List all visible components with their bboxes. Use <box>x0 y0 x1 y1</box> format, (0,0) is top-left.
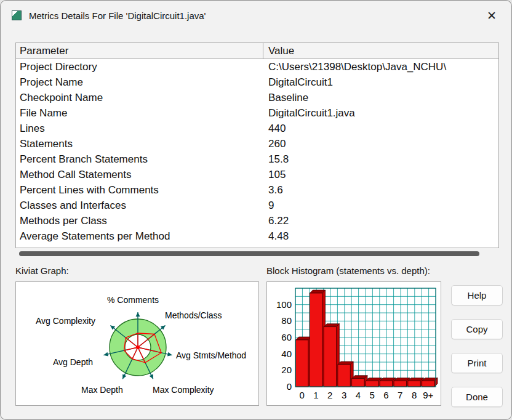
svg-text:40: 40 <box>281 349 292 359</box>
svg-text:100: 100 <box>276 299 292 310</box>
value-cell: DigitalCircuit1 <box>263 76 498 89</box>
svg-text:6: 6 <box>383 390 388 400</box>
table-row[interactable]: Project NameDigitalCircuit1 <box>16 75 498 90</box>
kiviat-label-methods-per-class: Methods/Class <box>165 310 222 320</box>
table-row[interactable]: Methods per Class6.22 <box>16 213 498 228</box>
table-header: Parameter Value <box>16 43 498 59</box>
window-title: Metrics Details For File 'DigitalCircuit… <box>29 10 206 21</box>
svg-text:7: 7 <box>398 390 402 400</box>
title-bar: Metrics Details For File 'DigitalCircuit… <box>1 1 511 30</box>
svg-text:8: 8 <box>412 390 417 400</box>
table-row[interactable]: Lines440 <box>16 121 498 136</box>
histogram-label: Block Histogram (statements vs. depth): <box>266 265 430 276</box>
parameter-cell: Lines <box>16 123 263 135</box>
table-row[interactable]: Average Statements per Method4.48 <box>16 228 498 244</box>
table-row[interactable]: Checkpoint NameBaseline <box>16 90 498 105</box>
table-row[interactable]: Project DirectoryC:\Users\21398\Desktop\… <box>16 59 498 75</box>
parameter-cell: Project Name <box>16 76 263 89</box>
svg-text:5: 5 <box>369 390 374 400</box>
svg-text:80: 80 <box>281 315 292 326</box>
done-button[interactable]: Done <box>451 387 503 407</box>
parameter-cell: Project Directory <box>16 61 263 73</box>
kiviat-label-avg-stmts-method: Avg Stmts/Method <box>176 350 246 360</box>
dialog-window: Metrics Details For File 'DigitalCircuit… <box>0 0 512 420</box>
kiviat-label-percent-comments: % Comments <box>107 295 159 305</box>
kiviat-graph-label: Kiviat Graph: <box>15 265 69 276</box>
svg-text:0: 0 <box>299 390 304 400</box>
value-cell: 440 <box>263 123 498 135</box>
value-cell: C:\Users\21398\Desktop\Java_NCHU\ <box>263 61 498 73</box>
parameter-cell: File Name <box>16 107 263 119</box>
table-row[interactable]: Percent Lines with Comments3.6 <box>16 182 498 198</box>
column-header-parameter[interactable]: Parameter <box>16 43 263 59</box>
svg-text:1: 1 <box>313 390 318 400</box>
parameter-cell: Methods per Class <box>16 215 263 227</box>
kiviat-label-max-depth: Max Depth <box>81 385 123 395</box>
table-body: Project DirectoryC:\Users\21398\Desktop\… <box>16 59 498 244</box>
svg-text:20: 20 <box>281 365 292 375</box>
value-cell: 9 <box>263 200 498 212</box>
value-cell: 260 <box>263 138 498 150</box>
table-row[interactable]: File NameDigitalCircuit1.java <box>16 105 498 121</box>
value-cell: 105 <box>263 169 498 181</box>
parameter-cell: Average Statements per Method <box>16 230 263 243</box>
histogram-panel: 0204060801000123456789+ <box>266 281 441 406</box>
value-cell: 3.6 <box>263 184 498 196</box>
copy-button[interactable]: Copy <box>451 319 503 339</box>
parameter-cell: Percent Lines with Comments <box>16 184 263 196</box>
parameter-cell: Classes and Interfaces <box>16 200 263 212</box>
histogram-chart: 0204060801000123456789+ <box>267 282 441 405</box>
metrics-table: Parameter Value Project DirectoryC:\User… <box>15 42 499 248</box>
kiviat-label-avg-complexity: Avg Complexity <box>36 316 95 326</box>
parameter-cell: Percent Branch Statements <box>16 153 263 166</box>
kiviat-label-max-complexity: Max Complexity <box>153 385 214 395</box>
parameter-cell: Method Call Statements <box>16 169 263 181</box>
table-row[interactable]: Classes and Interfaces9 <box>16 198 498 213</box>
value-cell: 15.8 <box>263 153 498 166</box>
table-row[interactable]: Statements260 <box>16 136 498 151</box>
app-icon <box>12 10 22 20</box>
print-button[interactable]: Print <box>451 353 503 373</box>
parameter-cell: Checkpoint Name <box>16 92 263 104</box>
value-cell: 6.22 <box>263 215 498 227</box>
svg-text:4: 4 <box>356 390 361 400</box>
svg-text:2: 2 <box>327 390 332 400</box>
parameter-cell: Statements <box>16 138 263 150</box>
close-icon[interactable]: ✕ <box>483 7 500 24</box>
kiviat-label-avg-depth: Avg Depth <box>53 357 93 367</box>
table-row[interactable]: Percent Branch Statements15.8 <box>16 151 498 167</box>
value-cell: DigitalCircuit1.java <box>263 107 498 119</box>
svg-text:60: 60 <box>281 332 292 342</box>
svg-text:3: 3 <box>342 390 346 400</box>
column-header-value[interactable]: Value <box>263 44 498 59</box>
value-cell: 4.48 <box>263 230 498 243</box>
horizontal-scrollbar[interactable] <box>15 250 499 258</box>
svg-text:9+: 9+ <box>423 390 433 400</box>
value-cell: Baseline <box>263 92 498 104</box>
kiviat-panel: % Comments Methods/Class Avg Stmts/Metho… <box>15 281 259 406</box>
table-row[interactable]: Method Call Statements105 <box>16 167 498 182</box>
help-button[interactable]: Help <box>451 285 503 305</box>
svg-text:0: 0 <box>287 381 292 392</box>
scrollbar-thumb[interactable] <box>19 251 479 256</box>
